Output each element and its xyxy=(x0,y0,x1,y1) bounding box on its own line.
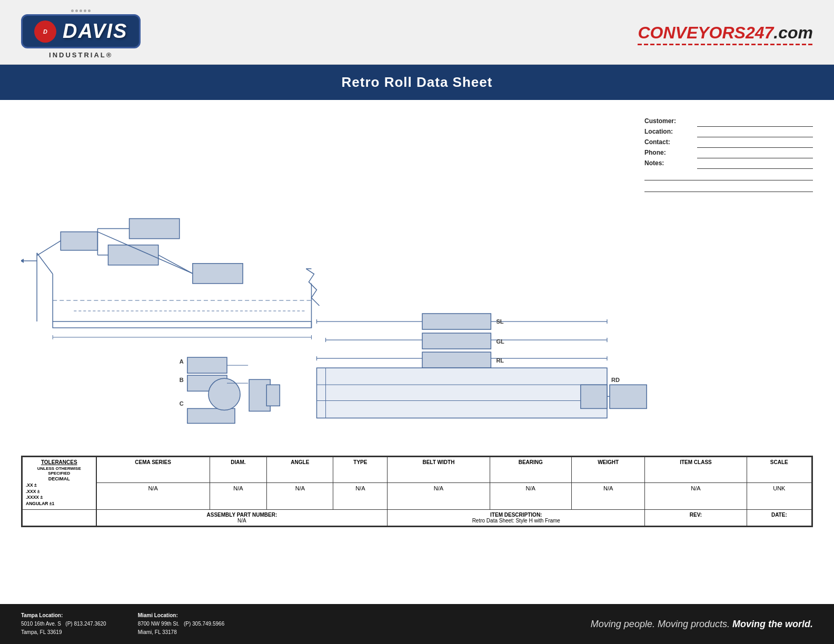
footer-tagline: Moving people. Moving products. Moving t… xyxy=(591,619,813,630)
angle-header: ANGLE xyxy=(267,457,333,482)
tolerances-decimal: Decimal xyxy=(26,476,93,481)
page-title: Retro Roll Data Sheet xyxy=(0,74,834,90)
svg-rect-45 xyxy=(422,333,491,349)
davis-logo-text: DAVIS xyxy=(63,20,127,43)
tampa-address: 5010 16th Ave. S xyxy=(21,621,61,627)
tolerances-values: .XX ± .XXX ± .XXXX ± ANGULAR ±1 xyxy=(26,482,93,508)
tampa-title: Tampa Location: xyxy=(21,612,63,618)
svg-line-4 xyxy=(37,241,61,256)
diam-value: N/A xyxy=(210,482,267,510)
contact-value xyxy=(697,137,813,147)
item-desc-label: ITEM DESCRIPTION: xyxy=(391,512,641,518)
assembly-part-label: ASSEMBLY PART NUMBER: xyxy=(100,512,384,518)
data-table-container: TOLERANCES Unless Otherwise Specified De… xyxy=(21,456,813,528)
svg-rect-10 xyxy=(193,264,243,284)
customer-value xyxy=(697,116,813,126)
bearing-value: N/A xyxy=(490,482,571,510)
date-cell: DATE: xyxy=(747,510,811,526)
svg-text:RL: RL xyxy=(496,357,504,364)
contact-label: Contact: xyxy=(644,138,670,146)
svg-rect-0 xyxy=(53,321,311,328)
item-desc-cell: ITEM DESCRIPTION: Retro Data Sheet: Styl… xyxy=(388,510,645,526)
svg-line-15 xyxy=(158,255,193,274)
date-label: DATE: xyxy=(750,512,808,518)
svg-rect-31 xyxy=(266,385,280,406)
weight-header: WEIGHT xyxy=(571,457,644,482)
tagline-part1: Moving people. Moving products. xyxy=(591,619,730,629)
scale-header: SCALE xyxy=(747,457,811,482)
conveyors-domain-text: .com xyxy=(773,23,813,42)
svg-text:A: A xyxy=(180,358,184,365)
cema-series-header: CEMA SERIES xyxy=(96,457,210,482)
tolerances-title: TOLERANCES xyxy=(26,459,93,465)
svg-rect-26 xyxy=(187,357,227,373)
miami-address: 8700 NW 99th St. xyxy=(138,621,180,627)
assembly-part-value: N/A xyxy=(100,518,384,524)
footer-locations: Tampa Location: 5010 16th Ave. S (P) 813… xyxy=(21,611,224,637)
tampa-phone: (P) 813.247.3620 xyxy=(65,621,106,627)
main-content: Customer: Location: Contact: Phone: Note… xyxy=(0,100,834,604)
diam-header: DIAM. xyxy=(210,457,267,482)
svg-text:C: C xyxy=(180,400,184,407)
tolerances-subtitle: Unless Otherwise Specified xyxy=(26,466,93,476)
davis-industrial-text: INDUSTRIAL® xyxy=(49,51,113,59)
item-class-header: ITEM CLASS xyxy=(645,457,747,482)
miami-title: Miami Location: xyxy=(138,612,178,618)
svg-rect-53 xyxy=(610,385,647,408)
svg-line-2 xyxy=(37,253,53,274)
weight-value: N/A xyxy=(571,482,644,510)
scale-value: UNK xyxy=(747,482,811,510)
phone-value xyxy=(697,147,813,158)
tolerances-empty xyxy=(23,510,96,526)
bearing-header: BEARING xyxy=(490,457,571,482)
item-class-value: N/A xyxy=(645,482,747,510)
svg-text:B: B xyxy=(180,377,184,383)
conveyors-logo: CONVEYORS247.com xyxy=(638,23,813,45)
assembly-cell: ASSEMBLY PART NUMBER: N/A xyxy=(96,510,388,526)
svg-rect-47 xyxy=(422,352,491,368)
svg-marker-7 xyxy=(21,259,24,263)
tampa-city: Tampa, FL 33619 xyxy=(21,629,62,635)
rev-cell: REV: xyxy=(645,510,747,526)
davis-logo: D DAVIS INDUSTRIAL® xyxy=(21,9,141,59)
tampa-location: Tampa Location: 5010 16th Ave. S (P) 813… xyxy=(21,611,106,637)
customer-label: Customer: xyxy=(644,117,676,125)
tolerances-header: TOLERANCES Unless Otherwise Specified De… xyxy=(23,457,96,510)
belt-width-header: BELT WIDTH xyxy=(388,457,490,482)
tagline-part2: Moving the world. xyxy=(732,619,813,629)
type-header: TYPE xyxy=(333,457,388,482)
svg-text:RD: RD xyxy=(611,377,620,383)
notes-label: Notes: xyxy=(644,159,664,167)
location-label: Location: xyxy=(644,128,673,135)
type-value: N/A xyxy=(333,482,388,510)
location-value xyxy=(697,126,813,137)
rev-label: REV: xyxy=(648,512,743,518)
belt-width-value: N/A xyxy=(388,482,490,510)
conveyors-red-text: CONVEYORS247 xyxy=(638,23,773,42)
svg-rect-8 xyxy=(130,219,180,239)
header: D DAVIS INDUSTRIAL® CONVEYORS247.com xyxy=(0,0,834,65)
svg-text:GL: GL xyxy=(496,338,504,345)
footer: Tampa Location: 5010 16th Ave. S (P) 813… xyxy=(0,604,834,644)
angle-value: N/A xyxy=(267,482,333,510)
svg-rect-3 xyxy=(61,232,97,250)
svg-rect-56 xyxy=(581,385,607,408)
svg-rect-28 xyxy=(187,408,235,423)
cema-value: N/A xyxy=(96,482,210,510)
svg-rect-43 xyxy=(422,314,491,329)
phone-label: Phone: xyxy=(644,149,666,156)
customer-info-panel: Customer: Location: Contact: Phone: Note… xyxy=(644,116,813,194)
svg-rect-49 xyxy=(316,368,607,418)
notes-value xyxy=(697,158,813,168)
item-desc-value: Retro Data Sheet: Style H with Frame xyxy=(391,518,641,524)
title-banner: Retro Roll Data Sheet xyxy=(0,65,834,100)
data-table: TOLERANCES Unless Otherwise Specified De… xyxy=(22,457,812,527)
miami-phone: (P) 305.749.5966 xyxy=(184,621,224,627)
miami-location: Miami Location: 8700 NW 99th St. (P) 305… xyxy=(138,611,225,637)
svg-text:SL: SL xyxy=(496,318,503,325)
miami-city: Miami, FL 33178 xyxy=(138,629,177,635)
